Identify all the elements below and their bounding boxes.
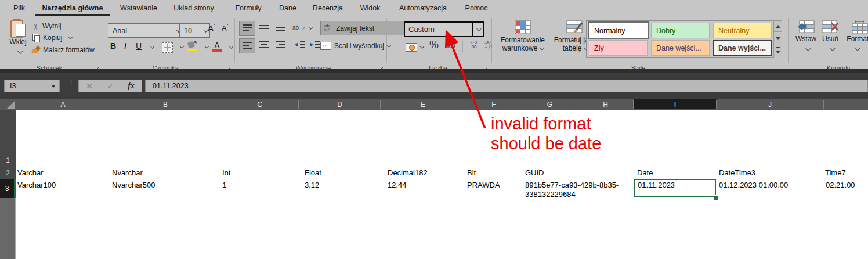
formula-input[interactable]: 01.11.2023 [145,80,868,92]
shrink-font-button[interactable]: Aˇ [222,23,229,33]
tab-uklad-strony[interactable]: Układ strony [165,0,223,16]
cell-k3[interactable]: 02:21:00 [826,181,855,189]
copy-button[interactable]: Kopiuj [32,33,71,42]
column-divider[interactable] [298,100,299,109]
number-format-combobox[interactable]: Custom [404,21,484,37]
style-chip-dobry[interactable]: Dobry [651,23,710,38]
cell-c2[interactable]: Int [222,168,230,177]
fill-color-button[interactable] [187,41,198,53]
grow-font-button[interactable]: Aˇ̇ [208,23,215,33]
row-header-2[interactable]: 2 [0,167,16,179]
cell-f3[interactable]: PRAWDA [467,181,500,189]
accounting-format-button[interactable] [406,41,423,53]
paste-button[interactable]: Wklej [5,19,31,62]
column-header-i-selected[interactable]: I [634,99,717,110]
column-header-b[interactable]: B [110,99,220,110]
column-divider[interactable] [110,100,110,109]
tab-plik[interactable]: Plik [8,0,30,16]
borders-button[interactable] [162,42,173,53]
tab-widok[interactable]: Widok [354,0,386,16]
fill-handle[interactable] [714,195,719,200]
column-header-e[interactable]: E [381,99,465,110]
cell-b3[interactable]: Nvarchar500 [112,181,155,189]
styles-scroll-down-button[interactable] [773,33,782,44]
cell-k2[interactable]: Time7 [825,168,846,177]
column-header-a[interactable]: A [16,99,110,110]
align-right-button[interactable] [273,38,288,52]
font-color-chevron-icon[interactable] [229,44,233,48]
row-header-1[interactable]: 1 [0,110,16,167]
align-center-button[interactable] [256,38,272,52]
font-color-button[interactable]: A [211,40,223,53]
style-chip-zly[interactable]: Zły [589,40,648,56]
decrease-indent-button[interactable] [294,38,306,52]
bold-button[interactable]: B [110,41,119,51]
cell-g3-guid[interactable]: 891b5e77-ca93-429b-8b35- 338132229684 [525,181,619,199]
style-chip-dane-wyjsciowe[interactable]: Dane wyjści... [713,40,772,56]
format-painter-button[interactable]: Malarz formatów [31,45,95,55]
increase-indent-button[interactable] [309,38,321,52]
italic-button[interactable]: I [124,41,131,51]
cancel-icon[interactable]: ✕ [86,81,93,91]
styles-scroll-up-button[interactable] [773,20,782,32]
select-all-corner[interactable] [0,99,16,110]
column-divider[interactable] [522,100,522,109]
column-divider[interactable] [465,100,465,109]
borders-chevron-icon[interactable] [179,44,184,48]
column-divider[interactable] [220,100,220,109]
align-bottom-button[interactable] [273,21,288,35]
tab-dane[interactable]: Dane [273,0,303,16]
underline-chevron-icon[interactable] [150,44,154,48]
cell-i2[interactable]: Date [637,168,653,177]
cell-e2[interactable]: Decimal182 [388,168,428,177]
percent-style-button[interactable]: % [429,39,439,51]
style-chip-neutralny[interactable]: Neutralny [713,23,772,38]
cell-b2[interactable]: Nvarchar [112,168,143,177]
tab-recenzja[interactable]: Recenzja [306,0,349,16]
column-divider[interactable] [633,100,634,109]
cell-d2[interactable]: Float [305,168,321,177]
column-divider[interactable] [577,100,577,109]
column-header-g[interactable]: G [522,99,577,110]
align-middle-button[interactable] [256,21,272,35]
cell-d3[interactable]: 3,12 [305,181,319,189]
style-chip-dane-wejsciowe[interactable]: Dane wejści... [651,40,710,56]
conditional-formatting-button[interactable]: Formatowanie warunkowe [496,20,549,52]
orientation-button[interactable]: ab → [292,22,312,34]
insert-cells-button[interactable]: Wstaw [793,20,819,53]
tab-pomoc[interactable]: Pomoc [458,0,494,16]
name-box-dropdown-icon[interactable] [51,85,56,88]
cell-j3[interactable]: 01.12.2023 01:00:00 [719,181,788,189]
column-header-h[interactable]: H [577,99,634,110]
enter-icon[interactable]: ✓ [107,81,114,91]
column-header-c[interactable]: C [220,99,299,110]
comma-style-button[interactable]: 000 [446,43,455,49]
format-cells-button[interactable]: Formatuj [843,20,868,53]
cell-f2[interactable]: Bit [467,168,476,177]
tab-wstawianie[interactable]: Wstawianie [114,0,164,16]
column-divider[interactable] [380,100,381,109]
cell-g2[interactable]: GUID [525,168,544,177]
cut-button[interactable]: ✂ Wytnij [32,21,61,31]
row-header-3-selected[interactable]: 3 [0,179,16,198]
font-size-combobox[interactable]: 10 [179,23,210,38]
column-divider[interactable] [716,100,717,109]
underline-button[interactable]: U [136,41,144,51]
tab-formuly[interactable]: Formuły [229,0,268,16]
wrap-text-button[interactable]: ab c↵ Zawijaj tekst [320,21,415,35]
column-header-f[interactable]: F [465,99,522,110]
delete-cells-button[interactable]: Usuń [819,20,842,53]
formula-bar-splitter[interactable]: ⋮ [67,81,70,91]
tab-automatyzacja[interactable]: Automatyzacja [392,0,454,16]
cell-c3[interactable]: 1 [222,181,226,189]
decrease-decimal-button[interactable]: ,00 →,0 [481,40,494,53]
style-chip-normalny[interactable]: Normalny [589,23,648,38]
cell-e3[interactable]: 12,44 [388,181,407,189]
increase-decimal-button[interactable]: ←0 ,00 [467,40,480,53]
cell-a3[interactable]: Varchar100 [17,181,56,189]
align-left-button[interactable] [239,38,255,53]
column-divider[interactable] [823,100,824,109]
fill-color-chevron-icon[interactable] [204,44,209,48]
column-header-d[interactable]: D [299,99,381,110]
styles-more-button[interactable] [773,45,782,56]
